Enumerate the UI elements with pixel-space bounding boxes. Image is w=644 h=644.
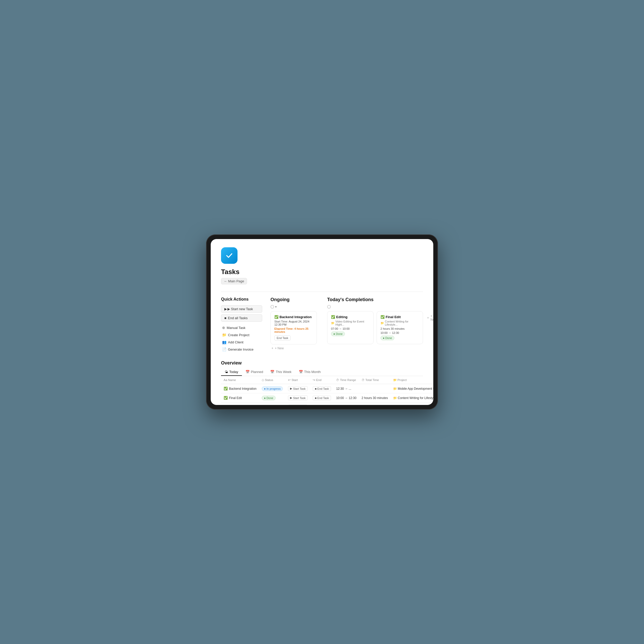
- create-project-link[interactable]: 📁 Create Project: [221, 332, 262, 338]
- ongoing-dropdown[interactable]: ▾: [275, 305, 277, 309]
- quick-actions-row: Quick Actions ▶ ▶ Start new Task ■ End a…: [221, 297, 423, 353]
- content-area: Tasks ← Main Page Quick Actions ▶ ▶ Star…: [211, 239, 433, 405]
- add-client-label: Add Client: [228, 340, 243, 344]
- col-total-time: ⏱ Total Time: [359, 376, 391, 384]
- device-frame: Tasks ← Main Page Quick Actions ▶ ▶ Star…: [206, 234, 438, 410]
- final-edit-task-name: ✅ Final Edit: [380, 315, 419, 319]
- page-title: Tasks: [221, 268, 423, 276]
- calendar-icon: 📅: [299, 370, 303, 374]
- final-edit-time-range: 10:00 → 12:30: [380, 331, 419, 334]
- sun-icon: 🌤: [225, 370, 228, 374]
- completions-add-new-area: + + New: [426, 311, 433, 344]
- row1-total-time: [359, 384, 391, 393]
- completions-cards: ✅ Editing 📁 Video Editing for Event High…: [327, 311, 433, 344]
- dot-icon: ●: [264, 396, 266, 400]
- final-edit-duration: 2 hours 30 minutes: [380, 327, 419, 330]
- folder-icon: 📁: [393, 387, 398, 391]
- completions-circle: [327, 305, 331, 309]
- editing-project: 📁 Video Editing for Event Highl...: [331, 320, 370, 326]
- end-task-button[interactable]: ■ End Task: [313, 405, 331, 405]
- stop-icon: ■: [224, 316, 226, 320]
- completions-add-new[interactable]: + + New: [426, 312, 433, 321]
- svg-point-0: [225, 251, 234, 260]
- row2-project: 📁 Content Writing for Lifestyle Blog: [391, 393, 433, 403]
- row3-end: ■ End Task: [310, 403, 334, 405]
- ongoing-start-time: Start Time: August 24, 2024 12:30 PM: [274, 320, 313, 326]
- app-icon: [221, 247, 238, 264]
- folder-icon: 📁: [380, 321, 384, 325]
- overview-table: Aa Name ◇ Status ↩ Start ↪ End: [221, 376, 433, 405]
- manual-task-link[interactable]: ⊕ Manual Task: [221, 324, 262, 331]
- row2-status: ● Done: [259, 393, 286, 403]
- final-edit-done-badge: ● Done: [380, 336, 394, 340]
- generate-invoice-link[interactable]: 📄 Generate Invoice: [221, 346, 262, 353]
- main-page-button[interactable]: ← Main Page: [221, 278, 247, 284]
- completion-card-editing: ✅ Editing 📁 Video Editing for Event High…: [327, 311, 374, 344]
- generate-invoice-label: Generate Invoice: [228, 348, 253, 351]
- dot-icon: ●: [383, 336, 385, 340]
- end-task-button[interactable]: ■ End Task: [313, 396, 331, 400]
- divider: [221, 292, 423, 292]
- end-task-button[interactable]: End Task: [274, 335, 291, 341]
- row2-total-time: 2 hours 30 minutes: [359, 393, 391, 403]
- row2-name: ✅ Final Edit: [221, 393, 259, 403]
- col-status: ◇ Status: [259, 376, 286, 384]
- manual-task-label: Manual Task: [227, 326, 245, 330]
- tab-today[interactable]: 🌤 Today: [221, 368, 242, 376]
- row1-time-range: 12:30 → ...: [334, 384, 359, 393]
- start-task-button[interactable]: ▶ Start Task: [288, 386, 308, 391]
- start-task-button[interactable]: ▶ Start Task: [288, 405, 308, 405]
- calendar-icon: 📅: [270, 370, 274, 374]
- start-new-task-button[interactable]: ▶ ▶ Start new Task: [221, 305, 262, 313]
- ongoing-circle: [270, 305, 274, 309]
- row3-name: ✅ Editing: [221, 403, 259, 405]
- tab-planned[interactable]: 📅 Planned: [242, 368, 267, 376]
- quick-actions-panel: Quick Actions ▶ ▶ Start new Task ■ End a…: [221, 297, 262, 353]
- screen: Tasks ← Main Page Quick Actions ▶ ▶ Star…: [211, 239, 433, 405]
- start-task-button[interactable]: ▶ Start Task: [288, 395, 308, 400]
- final-edit-project: 📁 Content Writing for Lifestyle...: [380, 320, 419, 326]
- stop-icon: ■: [315, 387, 317, 390]
- table-header: Aa Name ◇ Status ↩ Start ↪ End: [221, 376, 433, 384]
- editing-done-badge: ● Done: [331, 332, 345, 336]
- status-badge-inprogress: ● In progress: [262, 386, 283, 391]
- create-project-label: Create Project: [228, 333, 249, 337]
- ongoing-add-new[interactable]: + + New: [270, 344, 317, 350]
- end-task-button[interactable]: ■ End Task: [313, 386, 331, 391]
- editing-time-range: 07:00 → 10:00: [331, 327, 370, 330]
- ongoing-section: Ongoing ▾ ✅ Backend Integration Start Ti…: [270, 297, 317, 350]
- end-all-tasks-button[interactable]: ■ End all Tasks: [221, 314, 262, 322]
- status-badge-done: ● Done: [262, 396, 276, 400]
- tab-this-month[interactable]: 📅 This Month: [295, 368, 324, 376]
- overview-tabs: 🌤 Today 📅 Planned 📅 This Week 📅 This Mon…: [221, 368, 423, 376]
- table-row: ✅ Backend Integration ● In progress: [221, 384, 433, 393]
- play-icon: ▶: [224, 307, 227, 311]
- plus-icon: +: [427, 316, 429, 320]
- folder-icon: 📁: [331, 321, 335, 325]
- editing-task-name: ✅ Editing: [331, 315, 370, 319]
- row2-end: ■ End Task: [310, 393, 334, 403]
- row1-name: ✅ Backend Integration: [221, 384, 259, 393]
- check-icon: ✅: [331, 315, 335, 319]
- tab-this-week[interactable]: 📅 This Week: [267, 368, 295, 376]
- add-client-link[interactable]: 👥 Add Client: [221, 339, 262, 345]
- row1-start: ▶ Start Task: [285, 384, 310, 393]
- row3-time-range: 07:00 → 10:00: [334, 403, 359, 405]
- stop-icon: ■: [315, 396, 317, 400]
- status-badge-done: ● Done: [262, 405, 276, 405]
- row3-start: ▶ Start Task: [285, 403, 310, 405]
- dot-icon: ●: [333, 332, 335, 335]
- check-icon: ✅: [380, 315, 385, 319]
- people-icon: 👥: [222, 340, 226, 344]
- quick-actions-heading: Quick Actions: [221, 297, 262, 302]
- col-name: Aa Name: [221, 376, 259, 384]
- col-end: ↪ End: [310, 376, 334, 384]
- ongoing-card: ✅ Backend Integration Start Time: August…: [270, 311, 317, 344]
- row1-project: 📁 Mobile App Development for Fitlife: [391, 384, 433, 393]
- check-icon: ✅: [224, 396, 228, 400]
- todays-completions-section: Today's Completions ✅ Editing 📁: [327, 297, 433, 344]
- folder-icon: 📁: [393, 396, 398, 400]
- completions-heading: Today's Completions: [327, 297, 433, 302]
- col-project: 📁 Project: [391, 376, 433, 384]
- plus-icon: +: [272, 346, 273, 350]
